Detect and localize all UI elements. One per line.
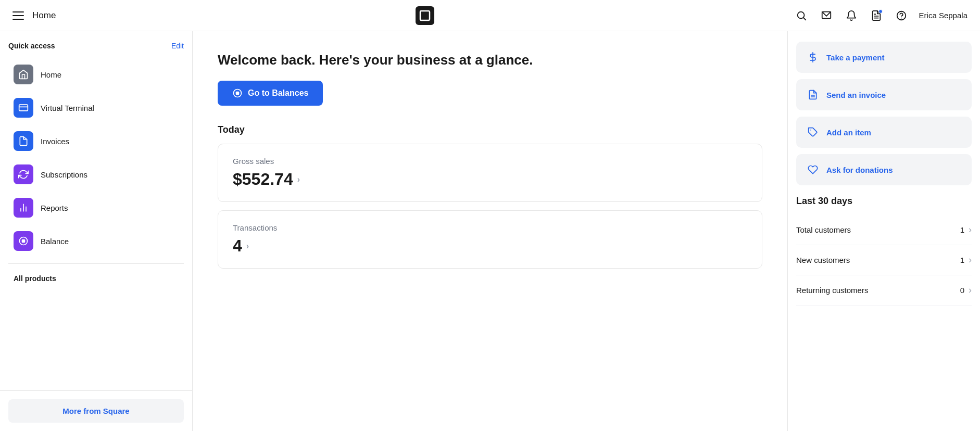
hamburger-menu[interactable] — [12, 11, 24, 20]
transactions-arrow: › — [246, 242, 249, 251]
new-customers-right: 1 › — [960, 255, 972, 265]
svg-point-2 — [797, 11, 804, 18]
sidebar-item-subscriptions[interactable]: Subscriptions — [8, 158, 184, 191]
notification-dot — [878, 9, 883, 14]
balances-button-icon — [232, 88, 243, 98]
quick-access-label: Quick access — [8, 42, 55, 50]
reports-icon-bg — [14, 198, 33, 218]
new-customers-chevron: › — [969, 255, 972, 265]
total-customers-chevron: › — [969, 224, 972, 235]
nav-left: Home — [12, 10, 56, 21]
all-products-label: All products — [8, 270, 184, 289]
new-customers-row[interactable]: New customers 1 › — [796, 245, 972, 275]
sidebar-virtual-terminal-label: Virtual Terminal — [41, 104, 94, 112]
search-icon[interactable] — [794, 8, 809, 23]
transactions-value: 4 › — [233, 236, 747, 256]
ask-donations-icon — [807, 163, 819, 176]
nav-right: Erica Seppala — [794, 8, 968, 23]
invoices-icon-bg — [14, 131, 33, 151]
svg-line-3 — [803, 18, 806, 20]
total-customers-right: 1 › — [960, 224, 972, 235]
sidebar: Quick access Edit Home Virtual Terminal — [0, 31, 193, 431]
go-to-balances-label: Go to Balances — [248, 88, 308, 98]
returning-customers-right: 0 › — [960, 285, 972, 296]
add-item-icon — [807, 126, 819, 138]
go-to-balances-button[interactable]: Go to Balances — [218, 81, 323, 106]
svg-rect-0 — [416, 6, 434, 25]
gross-sales-label: Gross sales — [233, 157, 747, 166]
notifications-icon[interactable] — [844, 8, 859, 23]
total-customers-value: 1 — [960, 225, 964, 234]
right-panel: Take a payment Send an invoice Add an it… — [787, 31, 980, 431]
take-payment-button[interactable]: Take a payment — [796, 42, 972, 73]
send-invoice-icon — [807, 88, 819, 101]
send-invoice-button[interactable]: Send an invoice — [796, 79, 972, 110]
svg-rect-17 — [236, 92, 239, 95]
new-customers-label: New customers — [796, 256, 850, 264]
balance-icon-bg — [14, 231, 33, 251]
subscriptions-icon-bg — [14, 164, 33, 184]
svg-rect-15 — [22, 240, 25, 243]
returning-customers-value: 0 — [960, 286, 964, 295]
new-customers-value: 1 — [960, 256, 964, 264]
sidebar-item-balance[interactable]: Balance — [8, 225, 184, 257]
sidebar-scroll: Quick access Edit Home Virtual Terminal — [0, 31, 192, 390]
square-logo[interactable] — [416, 6, 434, 25]
home-icon-bg — [14, 65, 33, 84]
sidebar-item-virtual-terminal[interactable]: Virtual Terminal — [8, 92, 184, 124]
last-30-label: Last 30 days — [796, 196, 972, 207]
transactions-card: Transactions 4 › — [218, 210, 762, 269]
transactions-label: Transactions — [233, 223, 747, 232]
returning-customers-chevron: › — [969, 285, 972, 296]
quick-access-header: Quick access Edit — [8, 42, 184, 50]
sidebar-divider — [8, 263, 184, 264]
ask-donations-button[interactable]: Ask for donations — [796, 154, 972, 185]
edit-link[interactable]: Edit — [171, 42, 184, 50]
total-customers-row[interactable]: Total customers 1 › — [796, 215, 972, 245]
nav-home-label: Home — [32, 10, 56, 21]
top-nav: Home — [0, 0, 980, 31]
take-payment-label: Take a payment — [826, 53, 884, 62]
add-item-button[interactable]: Add an item — [796, 117, 972, 148]
help-icon[interactable] — [894, 8, 909, 23]
today-label: Today — [218, 124, 762, 135]
returning-customers-label: Returning customers — [796, 286, 868, 295]
svg-rect-9 — [19, 105, 28, 111]
sidebar-item-reports[interactable]: Reports — [8, 192, 184, 224]
user-name[interactable]: Erica Seppala — [919, 11, 968, 20]
welcome-title: Welcome back. Here's your business at a … — [218, 52, 762, 68]
add-item-label: Add an item — [826, 128, 871, 137]
returning-customers-row[interactable]: Returning customers 0 › — [796, 275, 972, 306]
sidebar-subscriptions-label: Subscriptions — [41, 170, 87, 179]
sidebar-item-invoices[interactable]: Invoices — [8, 125, 184, 157]
sidebar-invoices-label: Invoices — [41, 137, 69, 146]
activity-icon[interactable] — [869, 8, 884, 23]
body-container: Quick access Edit Home Virtual Terminal — [0, 31, 980, 431]
sidebar-item-home[interactable]: Home — [8, 58, 184, 91]
total-customers-label: Total customers — [796, 225, 851, 234]
gross-sales-card: Gross sales $552.74 › — [218, 144, 762, 202]
main-content: Welcome back. Here's your business at a … — [193, 31, 787, 431]
messages-icon[interactable] — [819, 8, 834, 23]
sidebar-bottom: More from Square — [0, 390, 192, 431]
send-invoice-label: Send an invoice — [826, 91, 886, 99]
take-payment-icon — [807, 51, 819, 64]
sidebar-home-label: Home — [41, 70, 61, 79]
sidebar-balance-label: Balance — [41, 237, 69, 246]
virtual-terminal-icon-bg — [14, 98, 33, 118]
gross-sales-arrow: › — [297, 175, 300, 184]
sidebar-reports-label: Reports — [41, 204, 68, 212]
more-from-square-button[interactable]: More from Square — [8, 399, 184, 423]
gross-sales-value: $552.74 › — [233, 170, 747, 189]
ask-donations-label: Ask for donations — [826, 166, 893, 174]
